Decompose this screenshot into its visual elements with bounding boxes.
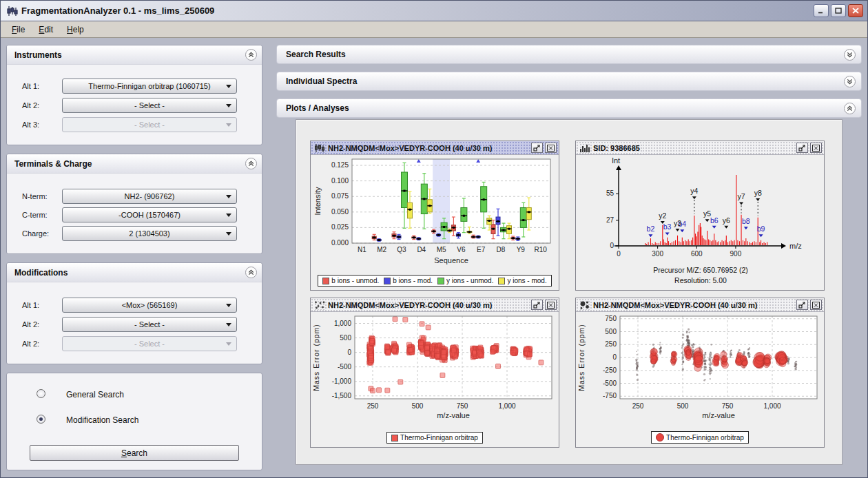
resolution-text: Resolution: 5.00 <box>587 276 814 286</box>
svg-text:-500: -500 <box>338 363 351 371</box>
charge-value: 2 (1304503) <box>129 229 169 238</box>
close-button[interactable] <box>848 4 863 17</box>
collapse-instruments-button[interactable] <box>245 49 257 61</box>
svg-text:b3: b3 <box>663 222 672 231</box>
legend-swatch-y-mod <box>498 278 505 284</box>
boxplot-close-button[interactable] <box>545 143 557 153</box>
legend-label-b-mod: b ions - mod. <box>393 277 433 284</box>
terminals-title: Terminals & Charge <box>14 159 92 169</box>
expand-individual-spectra-button[interactable] <box>844 76 856 87</box>
legend-swatch-b-unmod <box>322 278 329 284</box>
svg-text:750: 750 <box>722 402 734 410</box>
collapse-modifications-button[interactable] <box>245 267 257 278</box>
mod-alt1-select[interactable]: <Mox> (565169) <box>62 298 237 313</box>
bubble-frame: NH2-NMQDM<Mox>VEDYR-COOH (40 u/30 m) 250… <box>575 298 825 448</box>
svg-text:y5: y5 <box>703 209 711 218</box>
terminals-header[interactable]: Terminals & Charge <box>7 154 262 174</box>
scatter-body: 2505007501,0001,0005000-500-1,000-1,500m… <box>311 312 559 447</box>
svg-text:D4: D4 <box>417 246 426 253</box>
bubble-maximize-button[interactable] <box>796 300 808 310</box>
svg-text:y8: y8 <box>754 189 762 197</box>
scatter-legend: Thermo-Finnigan orbitrap <box>311 432 559 444</box>
title-bar[interactable]: FragmentationAnalyzer 0.1 - ms_lims_2506… <box>1 1 867 21</box>
menu-edit[interactable]: Edit <box>32 23 60 37</box>
bubble-body: 2505007501,0007505002500-250-500-750m/z-… <box>576 312 824 447</box>
svg-text:500: 500 <box>677 402 689 410</box>
cterm-value: -COOH (1570467) <box>118 211 180 219</box>
instrument-alt2-select[interactable]: - Select - <box>62 98 237 113</box>
general-search-radio[interactable] <box>37 389 45 398</box>
svg-text:300: 300 <box>652 250 663 258</box>
instrument-alt1-label: Alt 1: <box>22 82 39 90</box>
svg-text:55: 55 <box>606 189 614 197</box>
search-button[interactable]: Search <box>30 445 239 461</box>
expand-search-results-button[interactable] <box>844 49 856 61</box>
instrument-alt3-label: Alt 3: <box>22 121 39 129</box>
svg-text:Q3: Q3 <box>397 246 406 253</box>
collapse-terminals-button[interactable] <box>245 158 257 169</box>
modifications-header[interactable]: Modifications <box>7 263 262 282</box>
modifications-panel: Modifications Alt 1: <Mox> (565169) Alt … <box>6 262 262 364</box>
precursor-mz-text: Precursor M/Z: 650.76952 (2) <box>587 265 814 276</box>
svg-text:m/z: m/z <box>789 242 802 250</box>
scatter-frame-titlebar[interactable]: NH2-NMQDM<Mox>VEDYR-COOH (40 u/30 m) <box>311 298 559 312</box>
instruments-header[interactable]: Instruments <box>7 45 262 65</box>
search-results-title: Search Results <box>286 50 346 59</box>
close-icon <box>852 8 859 14</box>
chevron-down-icon <box>226 195 231 201</box>
chevron-down-icon <box>226 214 231 220</box>
chevron-up-icon <box>247 51 255 59</box>
instrument-alt2-label: Alt 2: <box>22 101 39 110</box>
svg-text:m/z-value: m/z-value <box>702 411 735 419</box>
plots-analyses-section[interactable]: Plots / Analyses <box>276 98 862 118</box>
scatter-close-button[interactable] <box>545 300 557 310</box>
scatter-maximize-button[interactable] <box>531 300 543 310</box>
modifications-title: Modifications <box>14 268 68 278</box>
chevron-down-icon <box>226 342 231 349</box>
svg-text:b8: b8 <box>742 217 750 225</box>
menu-file[interactable]: File <box>5 23 32 37</box>
spectrum-frame-titlebar[interactable]: SID: 9386685 <box>576 141 824 155</box>
svg-text:-500: -500 <box>603 380 617 387</box>
bubble-frame-titlebar[interactable]: NH2-NMQDM<Mox>VEDYR-COOH (40 u/30 m) <box>576 298 824 312</box>
collapse-plots-analyses-button[interactable] <box>844 103 856 114</box>
spectrum-close-button[interactable] <box>810 143 822 153</box>
charge-select[interactable]: 2 (1304503) <box>62 226 237 241</box>
svg-text:500: 500 <box>340 334 351 342</box>
instrument-alt1-select[interactable]: Thermo-Finnigan orbitrap (1060715) <box>62 79 237 94</box>
svg-text:b2: b2 <box>647 225 655 233</box>
legend-swatch-b-mod <box>384 278 391 284</box>
maximize-button[interactable] <box>831 4 846 17</box>
window-title: FragmentationAnalyzer 0.1 - ms_lims_2506… <box>21 6 214 16</box>
instruments-title: Instruments <box>14 50 62 60</box>
maximize-frame-icon <box>533 145 541 152</box>
scatter-frame: NH2-NMQDM<Mox>VEDYR-COOH (40 u/30 m) 250… <box>310 298 559 448</box>
cterm-select[interactable]: -COOH (1570467) <box>62 207 237 222</box>
svg-text:0.100: 0.100 <box>331 177 349 185</box>
menu-bar: File Edit Help <box>1 21 867 38</box>
cterm-label: C-term: <box>22 211 48 219</box>
minimize-button[interactable] <box>814 4 829 17</box>
svg-text:0: 0 <box>612 353 617 361</box>
modification-search-radio[interactable] <box>37 415 45 424</box>
plots-content-panel: NH2-NMQDM<Mox>VEDYR-COOH (40 u/30 m) 0.0… <box>296 119 843 465</box>
bubble-close-button[interactable] <box>810 300 822 310</box>
mod-alt2-select[interactable]: - Select - <box>62 317 237 332</box>
svg-text:750: 750 <box>605 315 617 322</box>
nterm-select[interactable]: NH2- (906762) <box>62 189 237 204</box>
chevron-double-down-icon <box>846 78 854 85</box>
legend-label-y-unmod: y ions - unmod. <box>446 277 493 284</box>
search-results-section[interactable]: Search Results <box>276 45 862 64</box>
individual-spectra-section[interactable]: Individual Spectra <box>276 72 862 91</box>
app-window: FragmentationAnalyzer 0.1 - ms_lims_2506… <box>0 0 868 478</box>
legend-label-orbitrap: Thermo-Finnigan orbitrap <box>666 434 744 441</box>
minimize-icon <box>818 8 825 14</box>
svg-text:-1,000: -1,000 <box>332 377 352 385</box>
boxplot-frame-titlebar[interactable]: NH2-NMQDM<Mox>VEDYR-COOH (40 u/30 m) <box>311 141 559 155</box>
menu-help[interactable]: Help <box>60 23 91 37</box>
spectrum-maximize-button[interactable] <box>796 143 808 153</box>
boxplot-maximize-button[interactable] <box>531 143 543 153</box>
svg-text:250: 250 <box>632 402 644 410</box>
close-frame-icon <box>812 145 820 152</box>
svg-text:E7: E7 <box>477 246 486 253</box>
